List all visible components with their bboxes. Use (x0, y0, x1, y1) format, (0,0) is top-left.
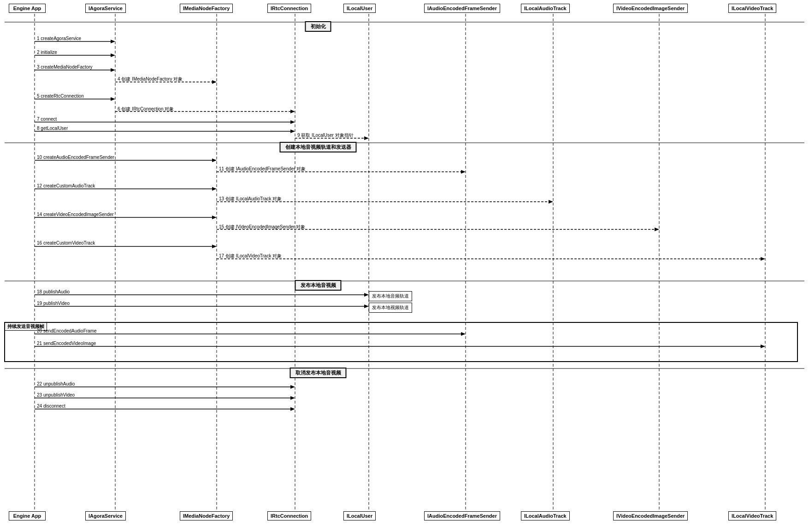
svg-marker-40 (212, 216, 217, 219)
publish-audio-return: 发布本地音频轨道 (369, 291, 412, 301)
svg-marker-53 (461, 332, 466, 336)
msg7-label: 7 connect (37, 117, 57, 122)
msg15-label: 15 创建 IVideoEncodedImageSender 对象 (219, 224, 305, 230)
section-unpublish: 取消发布本地音视频 (290, 368, 347, 378)
svg-marker-44 (212, 245, 217, 248)
msg20-label: 20 sendEncodedAudioFrame (37, 328, 97, 333)
actor-ilocalvideotrack-bottom: ILocalVideoTrack (728, 511, 776, 520)
publish-video-return: 发布本地视频轨道 (369, 303, 412, 313)
msg8-label: 8 getLocalUser (37, 126, 68, 131)
msg11-label: 11 创建 IAudioEncodedFrameSender 对象 (219, 166, 306, 172)
msg14-label: 14 createVideoEncodedImageSender (37, 212, 114, 217)
actor-iagoraservice-bottom: IAgoraService (85, 511, 126, 520)
svg-marker-36 (212, 187, 217, 191)
svg-marker-16 (111, 53, 115, 57)
svg-marker-59 (290, 396, 295, 400)
actor-ivideoencimgsender-top: IVideoEncodedImageSender (613, 4, 688, 13)
actor-engine-app-bottom: Engine App (9, 511, 46, 520)
svg-marker-38 (549, 200, 553, 204)
svg-marker-50 (364, 304, 369, 308)
actor-ilocalaudiotrack-bottom: ILocalAudioTrack (521, 511, 570, 520)
msg9-label: 9 获取 ILocalUser 对象指针 (297, 132, 354, 139)
svg-rect-51 (5, 322, 797, 362)
msg22-label: 22 unpublishAudio (37, 381, 75, 386)
svg-marker-22 (111, 97, 115, 101)
svg-marker-57 (290, 385, 295, 389)
actor-ilocaluser-top: ILocalUser (343, 4, 376, 13)
section-init: 初始化 (305, 21, 331, 32)
svg-marker-55 (761, 345, 765, 348)
section-create-tracks: 创建本地音视频轨道和发送器 (280, 142, 357, 152)
msg6-label: 6 创建 IRtcConnection 对象 (118, 106, 174, 112)
msg23-label: 23 unpublishVideo (37, 392, 75, 398)
svg-marker-14 (111, 40, 115, 43)
msg13-label: 13 创建 ILocalAudioTrack 对象 (219, 196, 282, 202)
section-publish: 发布本地音视频 (295, 280, 342, 291)
msg17-label: 17 创建 ILocalVideoTrack 对象 (219, 253, 282, 259)
msg18-label: 18 publishAudio (37, 289, 70, 294)
msg4-label: 4 创建 IMediaNodeFactory 对象 (118, 76, 183, 82)
actor-engine-app-top: Engine App (9, 4, 46, 13)
actor-iaudioencframesen-bottom: IAudioEncodedFrameSender (424, 511, 500, 520)
actor-ilocaluser-bottom: ILocalUser (343, 511, 376, 520)
svg-marker-46 (761, 257, 765, 261)
actor-irtcconnection-top: IRtcConnection (267, 4, 311, 13)
msg19-label: 19 publishVideo (37, 301, 70, 306)
msg2-label: 2 initialize (37, 50, 57, 55)
svg-marker-30 (364, 136, 369, 140)
svg-marker-26 (290, 120, 295, 124)
svg-marker-32 (212, 158, 217, 162)
svg-marker-42 (655, 228, 659, 231)
msg10-label: 10 createAudioEncodedFrameSender (37, 155, 114, 160)
msg12-label: 12 createCustomAudioTrack (37, 183, 95, 188)
msg1-label: 1 createAgoraService (37, 36, 81, 41)
svg-marker-20 (212, 80, 217, 84)
msg24-label: 24 disconnect (37, 403, 65, 409)
actor-imedianodefactory-top: IMediaNodeFactory (180, 4, 233, 13)
msg5-label: 5 createRtcConnection (37, 94, 84, 99)
svg-marker-24 (290, 110, 295, 113)
actor-iagoraservice-top: IAgoraService (85, 4, 126, 13)
actor-irtcconnection-bottom: IRtcConnection (267, 511, 311, 520)
svg-marker-34 (461, 170, 466, 174)
msg16-label: 16 createCustomVideoTrack (37, 240, 95, 246)
svg-marker-48 (364, 293, 369, 297)
sequence-diagram: Engine App IAgoraService IMediaNodeFacto… (0, 0, 809, 532)
actor-iaudioencframesen-top: IAudioEncodedFrameSender (424, 4, 500, 13)
actor-imedianodefactory-bottom: IMediaNodeFactory (180, 511, 233, 520)
msg21-label: 21 sendEncodedVideoImage (37, 341, 96, 346)
msg3-label: 3 createMediaNodeFactory (37, 64, 93, 70)
svg-marker-61 (290, 407, 295, 411)
actor-ilocalaudiotrack-top: ILocalAudioTrack (521, 4, 570, 13)
svg-marker-18 (111, 68, 115, 72)
svg-marker-28 (290, 129, 295, 133)
actor-ilocalvideotrack-top: ILocalVideoTrack (728, 4, 776, 13)
actor-ivideoencimgsender-bottom: IVideoEncodedImageSender (613, 511, 688, 520)
